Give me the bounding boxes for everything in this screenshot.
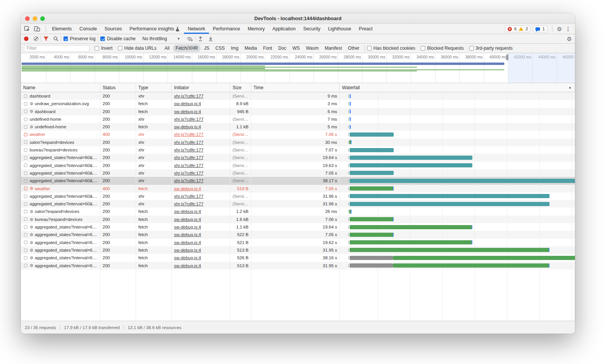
table-row[interactable]: ⚙aggregated_states?interval=6…200fetchsw… — [21, 239, 575, 246]
filter-type-css[interactable]: CSS — [213, 44, 228, 52]
table-row[interactable]: ⚙weather400fetchsw-debug.js:4519 B7.05 s — [21, 185, 575, 192]
tab-network[interactable]: Network — [184, 24, 209, 34]
table-row[interactable]: ⚙dashboard200fetchsw-debug.js:4945 B6 ms — [21, 108, 575, 115]
table-row[interactable]: ⚙aggregated_states?interval=6…200fetchsw… — [21, 254, 575, 262]
initiator-link[interactable]: sw-debug.js:4 — [174, 225, 201, 229]
initiator-link[interactable]: xhr.js?cdfe:177 — [174, 194, 203, 199]
filter-type-ws[interactable]: WS — [290, 44, 302, 52]
initiator-link[interactable]: xhr.js?cdfe:177 — [174, 117, 203, 121]
tab-preact[interactable]: Preact — [355, 24, 376, 34]
table-row[interactable]: aggregated_states?interval=60&…200xhrxhr… — [21, 169, 575, 177]
export-har-icon[interactable] — [208, 36, 213, 41]
initiator-link[interactable]: sw-debug.js:4 — [174, 124, 201, 129]
tab-lighthouse[interactable]: Lighthouse — [324, 24, 355, 34]
table-row[interactable]: aggregated_states?interval=60&…200xhrxhr… — [21, 154, 575, 161]
table-row[interactable]: weather400xhrxhr.js?cdfe:177(Servi…7.06 … — [21, 131, 575, 138]
tab-performance[interactable]: Performance — [209, 24, 244, 34]
table-row[interactable]: dashboard200xhrxhr.js?cdfe:177(Servi…9 m… — [21, 92, 575, 100]
throttling-select[interactable]: No throttling ▼ — [142, 36, 180, 41]
filter-funnel-icon[interactable] — [43, 36, 49, 41]
filter-type-doc[interactable]: Doc — [276, 44, 289, 52]
tab-console[interactable]: Console — [76, 24, 101, 34]
invert-checkbox[interactable] — [95, 46, 99, 50]
initiator-link[interactable]: xhr.js?cdfe:177 — [174, 202, 203, 206]
network-conditions-wifi-icon[interactable] — [186, 36, 193, 41]
disable-cache-checkbox[interactable] — [100, 36, 105, 41]
table-row[interactable]: ⚙aggregated_states?interval=6…200fetchsw… — [21, 246, 575, 254]
table-row[interactable]: ⚙undefined-home200fetchsw-debug.js:41.1 … — [21, 123, 575, 131]
has-blocked-cookies-toggle[interactable]: Has blocked cookies — [367, 46, 415, 51]
hide-data-urls-checkbox[interactable] — [118, 46, 122, 50]
table-row[interactable]: ⚙aggregated_states?interval=6…200fetchsw… — [21, 223, 575, 231]
filter-type-media[interactable]: Media — [242, 44, 260, 52]
table-row[interactable]: ⚙salon?expand=devices200fetchsw-debug.js… — [21, 208, 575, 215]
third-party-requests-checkbox[interactable] — [469, 46, 474, 50]
tab-elements[interactable]: Elements — [48, 24, 76, 34]
tab-memory[interactable]: Memory — [244, 24, 269, 34]
invert-toggle[interactable]: Invert — [95, 46, 112, 51]
initiator-link[interactable]: xhr.js?cdfe:177 — [174, 132, 203, 137]
initiator-link[interactable]: xhr.js?cdfe:177 — [174, 163, 203, 168]
third-party-requests-toggle[interactable]: 3rd-party requests — [469, 46, 513, 51]
initiator-link[interactable]: sw-debug.js:4 — [174, 232, 201, 237]
filter-input[interactable] — [24, 45, 89, 52]
clear-network-log-icon[interactable] — [34, 36, 38, 41]
initiator-link[interactable]: xhr.js?cdfe:177 — [174, 94, 203, 98]
filter-type-fetch-xhr[interactable]: Fetch/XHR — [173, 44, 201, 52]
initiator-link[interactable]: sw-debug.js:4 — [174, 248, 201, 252]
has-blocked-cookies-checkbox[interactable] — [367, 46, 372, 50]
initiator-link[interactable]: sw-debug.js:4 — [174, 263, 201, 268]
column-header-name[interactable]: Name — [21, 83, 100, 92]
initiator-link[interactable]: sw-debug.js:4 — [174, 101, 201, 106]
network-settings-gear-icon[interactable]: ⚙ — [567, 36, 572, 42]
filter-type-js[interactable]: JS — [201, 44, 212, 52]
initiator-link[interactable]: sw-debug.js:4 — [174, 109, 201, 114]
column-header-initiator[interactable]: Initiator — [172, 83, 230, 92]
column-header-waterfall[interactable]: Waterfall▲ — [340, 83, 575, 92]
blocked-requests-checkbox[interactable] — [421, 46, 425, 50]
table-row[interactable]: aggregated_states?interval=60&…200xhrxhr… — [21, 200, 575, 208]
table-row[interactable]: salon?expand=devices200xhrxhr.js?cdfe:17… — [21, 139, 575, 146]
initiator-link[interactable]: xhr.js?cdfe:177 — [174, 171, 203, 175]
table-row[interactable]: bureau?expand=devices200xhrxhr.js?cdfe:1… — [21, 146, 575, 154]
column-header-time[interactable]: Time — [251, 83, 340, 92]
disable-cache-toggle[interactable]: Disable cache — [100, 36, 135, 41]
table-row[interactable]: undefined-home200xhrxhr.js?cdfe:177(Serv… — [21, 115, 575, 123]
issues-badge[interactable]: 1 — [533, 25, 547, 32]
settings-gear-icon[interactable]: ⚙ — [557, 26, 562, 32]
filter-type-img[interactable]: Img — [228, 44, 241, 52]
table-row[interactable]: aggregated_states?interval=60&…200xhrxhr… — [21, 177, 575, 184]
initiator-link[interactable]: sw-debug.js:4 — [174, 209, 201, 214]
initiator-link[interactable]: sw-debug.js:4 — [174, 240, 201, 245]
initiator-link[interactable]: xhr.js?cdfe:177 — [174, 148, 203, 152]
table-row[interactable]: ⚙bureau?expand=devices200fetchsw-debug.j… — [21, 216, 575, 223]
table-row[interactable]: ⚙undraw_personalization.svg200fetchsw-de… — [21, 100, 575, 107]
initiator-link[interactable]: sw-debug.js:4 — [174, 186, 201, 191]
table-row[interactable]: ⚙aggregated_states?interval=6…200fetchsw… — [21, 262, 575, 269]
filter-type-all[interactable]: All — [162, 44, 172, 52]
initiator-link[interactable]: sw-debug.js:4 — [174, 255, 201, 260]
tab-sources[interactable]: Sources — [101, 24, 126, 34]
zoom-window-button[interactable] — [40, 16, 45, 21]
record-network-log-button[interactable] — [24, 36, 28, 41]
initiator-link[interactable]: xhr.js?cdfe:177 — [174, 140, 203, 145]
table-row[interactable]: aggregated_states?interval=60&…200xhrxhr… — [21, 192, 575, 200]
search-icon[interactable] — [53, 36, 59, 41]
filter-type-wasm[interactable]: Wasm — [303, 44, 321, 52]
filter-type-manifest[interactable]: Manifest — [322, 44, 344, 52]
filter-type-other[interactable]: Other — [345, 44, 362, 52]
device-toolbar-icon[interactable] — [34, 26, 40, 32]
column-header-size[interactable]: Size — [230, 83, 251, 92]
more-options-kebab-icon[interactable]: ⋮ — [564, 26, 572, 32]
column-header-type[interactable]: Type — [136, 83, 172, 92]
filter-type-font[interactable]: Font — [260, 44, 275, 52]
import-har-icon[interactable] — [198, 36, 203, 41]
initiator-link[interactable]: xhr.js?cdfe:177 — [174, 178, 203, 183]
minimize-window-button[interactable] — [33, 16, 37, 21]
preserve-log-toggle[interactable]: Preserve log — [63, 36, 95, 41]
network-overview-timeline[interactable]: 2000 ms4000 ms6000 ms8000 ms10000 ms1200… — [21, 53, 575, 83]
initiator-link[interactable]: xhr.js?cdfe:177 — [174, 155, 203, 160]
close-window-button[interactable] — [25, 16, 30, 21]
table-row[interactable]: ⚙aggregated_states?interval=6…200fetchsw… — [21, 231, 575, 238]
blocked-requests-toggle[interactable]: Blocked Requests — [421, 46, 464, 51]
